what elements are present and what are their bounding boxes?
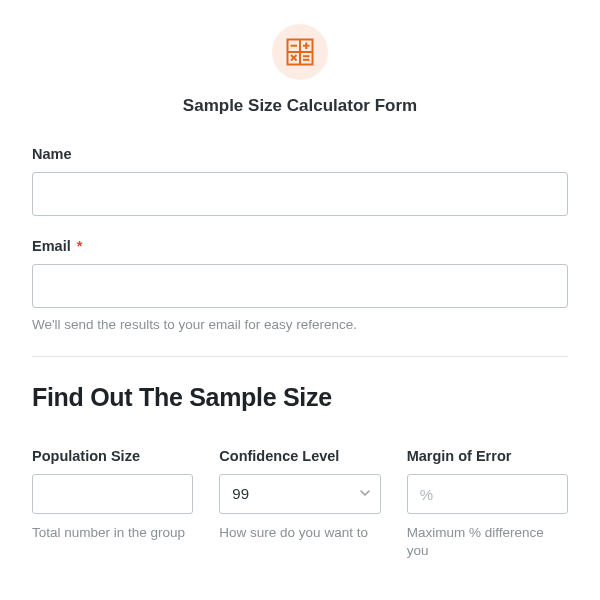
- population-input[interactable]: [32, 474, 193, 514]
- email-label: Email *: [32, 238, 568, 254]
- population-label: Population Size: [32, 448, 193, 464]
- name-label: Name: [32, 146, 568, 162]
- population-help: Total number in the group: [32, 524, 193, 542]
- calculator-icon: [272, 24, 328, 80]
- margin-help: Maximum % difference you: [407, 524, 568, 560]
- email-help: We'll send the results to your email for…: [32, 316, 568, 334]
- divider: [32, 356, 568, 357]
- section-heading: Find Out The Sample Size: [32, 383, 568, 412]
- required-mark: *: [77, 238, 83, 254]
- confidence-label: Confidence Level: [219, 448, 380, 464]
- name-input[interactable]: [32, 172, 568, 216]
- confidence-help: How sure do you want to: [219, 524, 380, 542]
- confidence-select[interactable]: 99: [219, 474, 380, 514]
- email-input[interactable]: [32, 264, 568, 308]
- margin-label: Margin of Error: [407, 448, 568, 464]
- margin-input[interactable]: [407, 474, 568, 514]
- email-label-text: Email: [32, 238, 71, 254]
- page-title: Sample Size Calculator Form: [32, 96, 568, 116]
